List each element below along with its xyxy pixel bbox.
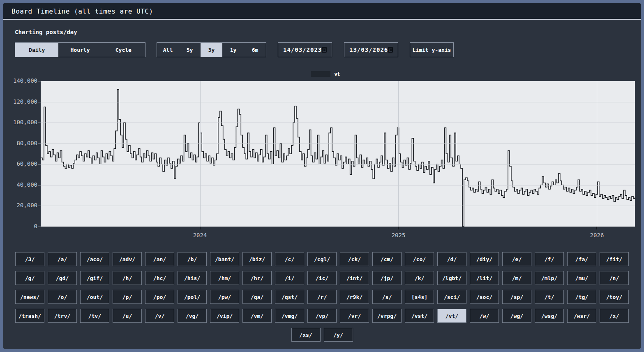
board-button-pol[interactable]: /pol/ <box>178 290 207 304</box>
board-button-p[interactable]: /p/ <box>113 290 142 304</box>
board-button-c[interactable]: /c/ <box>275 252 304 266</box>
board-button-d[interactable]: /d/ <box>437 252 466 266</box>
board-button-pw[interactable]: /pw/ <box>210 290 239 304</box>
board-button-adv[interactable]: /adv/ <box>113 252 142 266</box>
date-from-input[interactable]: 14/03/2023 <box>278 42 332 57</box>
board-button-ic[interactable]: /ic/ <box>307 271 337 285</box>
board-button-hr[interactable]: /hr/ <box>242 271 272 285</box>
board-button-vip[interactable]: /vip/ <box>210 309 239 323</box>
date-to-input[interactable]: 13/03/2026 <box>344 42 398 57</box>
y-tick-label: 140,000 <box>5 77 37 84</box>
board-button-cm[interactable]: /cm/ <box>372 252 402 266</box>
board-button-k[interactable]: /k/ <box>405 271 434 285</box>
board-button-diy[interactable]: /diy/ <box>470 252 499 266</box>
board-button-m[interactable]: /m/ <box>502 271 531 285</box>
board-button-soc[interactable]: /soc/ <box>470 290 499 304</box>
board-button-mlp[interactable]: /mlp/ <box>535 271 564 285</box>
range-option-6m[interactable]: 6m <box>244 43 266 57</box>
board-button-lit[interactable]: /lit/ <box>470 271 499 285</box>
board-button-int[interactable]: /int/ <box>340 271 369 285</box>
board-button-x[interactable]: /x/ <box>600 309 629 323</box>
board-button-mu[interactable]: /mu/ <box>567 271 596 285</box>
board-button-bant[interactable]: /bant/ <box>210 252 239 266</box>
board-button-s[interactable]: /s/ <box>372 290 402 304</box>
board-button-news[interactable]: /news/ <box>15 290 44 304</box>
board-button-po[interactable]: /po/ <box>145 290 174 304</box>
board-button-vm[interactable]: /vm/ <box>242 309 272 323</box>
board-button-fit[interactable]: /fit/ <box>600 252 629 266</box>
board-button-sci[interactable]: /sci/ <box>437 290 466 304</box>
board-button-u[interactable]: /u/ <box>113 309 142 323</box>
board-button-out[interactable]: /out/ <box>80 290 109 304</box>
board-button-h[interactable]: /h/ <box>113 271 142 285</box>
board-button-tv[interactable]: /tv/ <box>80 309 109 323</box>
calendar-icon[interactable] <box>322 47 327 53</box>
board-button-jp[interactable]: /jp/ <box>372 271 402 285</box>
board-button-fa[interactable]: /fa/ <box>567 252 596 266</box>
board-button-a[interactable]: /a/ <box>48 252 77 266</box>
board-button-vr[interactable]: /vr/ <box>340 309 369 323</box>
board-button-trv[interactable]: /trv/ <box>48 309 77 323</box>
x-tick-label: 2026 <box>584 232 609 239</box>
limit-y-axis-button[interactable]: Limit y-axis <box>410 42 454 57</box>
board-button-e[interactable]: /e/ <box>502 252 531 266</box>
board-button-vg[interactable]: /vg/ <box>178 309 207 323</box>
board-button-biz[interactable]: /biz/ <box>242 252 272 266</box>
board-button-wg[interactable]: /wg/ <box>502 309 531 323</box>
board-button-v[interactable]: /v/ <box>145 309 174 323</box>
board-button-ck[interactable]: /ck/ <box>340 252 369 266</box>
board-button-hm[interactable]: /hm/ <box>210 271 239 285</box>
board-button-t[interactable]: /t/ <box>535 290 564 304</box>
board-button-f[interactable]: /f/ <box>535 252 564 266</box>
board-button-aco[interactable]: /aco/ <box>80 252 109 266</box>
mode-option-cycle[interactable]: Cycle <box>102 43 145 57</box>
board-button-qa[interactable]: /qa/ <box>242 290 272 304</box>
board-button-3[interactable]: /3/ <box>15 252 44 266</box>
board-button-b[interactable]: /b/ <box>178 252 207 266</box>
board-button-gd[interactable]: /gd/ <box>48 271 77 285</box>
board-button-trash[interactable]: /trash/ <box>15 309 44 323</box>
calendar-icon[interactable] <box>388 47 393 53</box>
board-button-r9k[interactable]: /r9k/ <box>340 290 369 304</box>
x-tick-label: 2025 <box>386 232 411 239</box>
board-button-grid: /3//a//aco//adv//an//b//bant//biz//c//cg… <box>12 252 632 342</box>
board-button-an[interactable]: /an/ <box>145 252 174 266</box>
board-button-w[interactable]: /w/ <box>470 309 499 323</box>
board-button-toy[interactable]: /toy/ <box>600 290 629 304</box>
board-button-co[interactable]: /co/ <box>405 252 434 266</box>
board-button-g[interactable]: /g/ <box>15 271 44 285</box>
board-button-xs[interactable]: /xs/ <box>291 328 321 342</box>
board-button-vp[interactable]: /vp/ <box>307 309 337 323</box>
board-button-wsr[interactable]: /wsr/ <box>567 309 596 323</box>
board-button-lgbt[interactable]: /lgbt/ <box>437 271 466 285</box>
mode-option-hourly[interactable]: Hourly <box>58 43 102 57</box>
board-button-s4s[interactable]: [s4s] <box>405 290 434 304</box>
y-tick-label: 120,000 <box>5 98 37 105</box>
board-button-his[interactable]: /his/ <box>178 271 207 285</box>
chart-plot[interactable] <box>41 81 635 227</box>
board-button-qst[interactable]: /qst/ <box>275 290 304 304</box>
board-button-gif[interactable]: /gif/ <box>80 271 109 285</box>
board-button-r[interactable]: /r/ <box>307 290 337 304</box>
mode-segmented-control: DailyHourlyCycle <box>15 42 145 57</box>
board-button-hc[interactable]: /hc/ <box>145 271 174 285</box>
board-button-o[interactable]: /o/ <box>48 290 77 304</box>
range-option-1y[interactable]: 1y <box>222 43 244 57</box>
board-button-vt[interactable]: /vt/ <box>437 309 466 323</box>
board-button-y[interactable]: /y/ <box>324 328 353 342</box>
chart-legend[interactable]: vt <box>12 70 638 78</box>
board-button-vst[interactable]: /vst/ <box>405 309 434 323</box>
board-button-wsg[interactable]: /wsg/ <box>535 309 564 323</box>
range-option-all[interactable]: All <box>157 43 179 57</box>
board-button-cgl[interactable]: /cgl/ <box>307 252 337 266</box>
board-button-n[interactable]: /n/ <box>600 271 629 285</box>
board-button-i[interactable]: /i/ <box>275 271 304 285</box>
range-option-5y[interactable]: 5y <box>179 43 201 57</box>
board-button-vrpg[interactable]: /vrpg/ <box>372 309 402 323</box>
range-option-3y[interactable]: 3y <box>201 43 222 57</box>
x-tick-mark <box>200 227 201 229</box>
board-button-vmg[interactable]: /vmg/ <box>275 309 304 323</box>
mode-option-daily[interactable]: Daily <box>15 43 58 57</box>
board-button-sp[interactable]: /sp/ <box>502 290 531 304</box>
board-button-tg[interactable]: /tg/ <box>567 290 596 304</box>
